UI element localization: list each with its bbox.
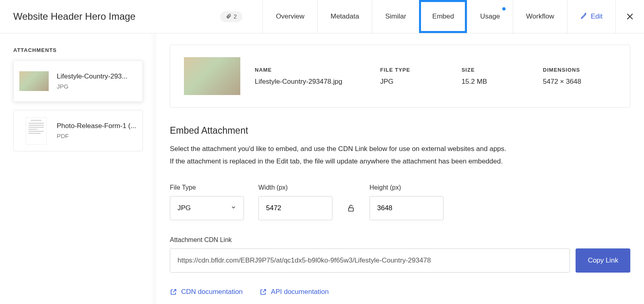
info-value-filetype: JPG [380, 78, 453, 86]
lock-open-icon [347, 204, 355, 212]
tab-edit[interactable]: Edit [567, 0, 616, 33]
pencil-icon [580, 12, 588, 21]
file-type-label: File Type [170, 184, 244, 191]
tab-edit-label: Edit [591, 12, 603, 21]
attachment-name: Photo-Release-Form-1 (... [57, 122, 137, 130]
file-type-select[interactable]: JPG [170, 196, 244, 220]
file-info-card: NAME Lifestyle-Country-293478.jpg FILE T… [170, 45, 630, 108]
paperclip-icon [226, 13, 231, 20]
file-type-select-value: JPG [178, 204, 191, 212]
tab-usage-label: Usage [480, 12, 500, 21]
sidebar-heading: ATTACHMENTS [13, 47, 143, 53]
info-label-dimensions: DIMENSIONS [543, 67, 616, 73]
attachment-type: JPG [57, 83, 137, 90]
page-title: Website Header Hero Image [13, 11, 136, 22]
cdn-documentation-label: CDN documentation [181, 288, 243, 296]
info-value-name: Lifestyle-Country-293478.jpg [255, 78, 372, 86]
attachment-count-value: 2 [234, 13, 237, 20]
header: Website Header Hero Image 2 Overview Met… [0, 0, 644, 33]
external-link-icon [260, 288, 267, 296]
tab-similar[interactable]: Similar [372, 0, 419, 33]
info-label-size: SIZE [462, 67, 535, 73]
attachment-thumbnail [19, 66, 49, 96]
cdn-link-label: Attachment CDN Link [170, 236, 630, 244]
svg-rect-0 [349, 208, 353, 211]
info-value-dimensions: 5472 × 3648 [543, 78, 616, 86]
attachment-card[interactable]: Photo-Release-Form-1 (... PDF [13, 110, 143, 151]
cdn-link-input[interactable] [170, 248, 570, 273]
attachment-thumbnail [19, 116, 49, 145]
info-value-size: 15.2 MB [462, 78, 535, 86]
embed-section-title: Embed Attachment [170, 125, 630, 136]
copy-link-button[interactable]: Copy Link [576, 248, 630, 273]
tab-usage[interactable]: Usage [467, 0, 513, 33]
info-label-name: NAME [255, 67, 372, 73]
height-input[interactable] [369, 196, 444, 220]
sidebar: ATTACHMENTS Lifestyle-Country-293... JPG [0, 33, 156, 304]
notification-dot-icon [502, 7, 506, 10]
info-label-filetype: FILE TYPE [380, 67, 453, 73]
width-input[interactable] [258, 196, 332, 220]
main-content: NAME Lifestyle-Country-293478.jpg FILE T… [156, 33, 644, 304]
attachment-card[interactable]: Lifestyle-Country-293... JPG [13, 60, 143, 102]
close-icon [626, 12, 634, 21]
close-button[interactable] [616, 12, 644, 21]
tab-embed[interactable]: Embed [419, 0, 467, 33]
api-documentation-link[interactable]: API documentation [260, 288, 329, 296]
height-label: Height (px) [369, 184, 444, 191]
tab-metadata[interactable]: Metadata [317, 0, 372, 33]
tab-workflow[interactable]: Workflow [513, 0, 567, 33]
cdn-documentation-link[interactable]: CDN documentation [170, 288, 243, 296]
embed-section-desc1: Select the attachment you'd like to embe… [170, 143, 630, 155]
width-label: Width (px) [258, 184, 332, 191]
embed-section-desc2: If the attachment is replaced in the Edi… [170, 155, 630, 168]
tab-overview[interactable]: Overview [262, 0, 317, 33]
file-preview-thumbnail [184, 57, 240, 95]
chevron-down-icon [231, 204, 236, 212]
attachment-type: PDF [57, 132, 137, 139]
api-documentation-label: API documentation [271, 288, 329, 296]
tabs: Overview Metadata Similar Embed Usage Wo… [262, 0, 616, 33]
external-link-icon [170, 288, 177, 296]
attachment-count-badge: 2 [220, 11, 243, 22]
attachment-name: Lifestyle-Country-293... [57, 72, 137, 81]
aspect-ratio-lock-button[interactable] [347, 196, 355, 220]
